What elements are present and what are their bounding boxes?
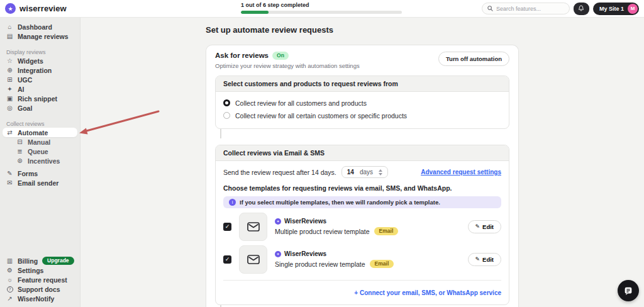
home-icon: ⌂: [6, 23, 13, 30]
main-content: Set up automate review requests Ask for …: [80, 18, 644, 307]
ask-subtitle: Optimize your review strategy with autom…: [215, 62, 360, 69]
days-value: 14: [347, 169, 354, 176]
sidebar-item-ai[interactable]: ✦ AI: [3, 84, 77, 94]
edit-template-button[interactable]: ✎ Edit: [468, 220, 502, 233]
sidebar-item-settings[interactable]: ⚙ Settings: [3, 265, 77, 275]
email-sms-card: Collect reviews via Email & SMS Send the…: [215, 145, 509, 305]
template-brand: WiserReviews: [284, 218, 326, 225]
sidebar-item-wisernotify[interactable]: ↗ WiserNotify: [3, 294, 77, 303]
template-thumbnail[interactable]: [239, 213, 267, 241]
incentives-icon: ⊛: [16, 157, 23, 164]
send-after-text: Send the review request after 14 days.: [223, 169, 336, 176]
email-sender-icon: ✉: [6, 179, 13, 186]
sidebar-item-forms[interactable]: ✎ Forms: [3, 169, 77, 178]
sidebar-item-feature-request[interactable]: ☼ Feature request: [3, 275, 77, 284]
sidebar-item-email-sender[interactable]: ✉ Email sender: [3, 178, 77, 187]
radio-selected-icon[interactable]: [223, 99, 230, 106]
sidebar-section-display-reviews: Display reviews: [3, 48, 77, 56]
sidebar-label: Widgets: [18, 57, 43, 65]
sidebar-label: Goal: [18, 104, 32, 112]
advanced-request-settings-link[interactable]: Advanced request settings: [421, 169, 501, 176]
sidebar-label: Incentives: [28, 157, 60, 165]
sidebar-item-rich-snippet[interactable]: ▣ Rich snippet: [3, 94, 77, 103]
email-template-icon: [246, 252, 261, 267]
pencil-icon: ✎: [475, 223, 480, 230]
sidebar: ⌂ Dashboard ▤ Manage reviews Display rev…: [0, 18, 80, 307]
template-thumbnail[interactable]: [239, 245, 267, 274]
sidebar-item-support-docs[interactable]: ? Support docs: [3, 284, 77, 294]
pencil-icon: ✎: [475, 256, 480, 262]
stepper-icon[interactable]: [379, 169, 382, 176]
sidebar-item-incentives[interactable]: ⊛ Incentives: [13, 156, 77, 165]
sidebar-label: Manage reviews: [18, 33, 69, 40]
radio-unselected-icon[interactable]: [223, 112, 230, 119]
sidebar-label: Feature request: [18, 276, 67, 284]
sidebar-label: Queue: [28, 148, 48, 155]
template-checkbox: ✓: [223, 223, 231, 231]
turn-off-automation-button[interactable]: Turn off automation: [438, 52, 509, 66]
brand[interactable]: ★ wiserreview: [5, 3, 194, 14]
sidebar-item-automate[interactable]: ⇄ Automate: [3, 128, 77, 137]
search-input[interactable]: [496, 6, 564, 12]
settings-icon: ⚙: [6, 267, 13, 274]
upgrade-badge[interactable]: Upgrade: [42, 257, 74, 265]
radio-all-customers[interactable]: Collect review for all customers and pro…: [223, 97, 501, 109]
site-switcher[interactable]: My Site 1 M: [593, 3, 639, 15]
template-row: ✓ ✦ WiserReviews Multiple product: [223, 213, 501, 241]
sidebar-label: Support docs: [18, 286, 60, 293]
sidebar-item-integration[interactable]: ⊕ Integration: [3, 65, 77, 75]
sidebar-item-widgets[interactable]: ☆ Widgets: [3, 56, 77, 65]
rich-snippet-icon: ▣: [6, 95, 13, 102]
template-name: Single product review template: [275, 260, 365, 268]
check-icon: ✓: [225, 256, 230, 262]
sidebar-label: AI: [18, 86, 25, 93]
sidebar-item-manage-reviews[interactable]: ▤ Manage reviews: [3, 31, 77, 41]
sidebar-label: Forms: [18, 170, 38, 177]
sidebar-item-goal[interactable]: ◎ Goal: [3, 103, 77, 113]
choose-templates-text: Choose templates for requesting reviews …: [223, 184, 501, 192]
notifications-button[interactable]: [574, 3, 589, 15]
logo-star-icon: ★: [5, 3, 16, 14]
days-select[interactable]: 14 days: [341, 166, 388, 178]
ask-status-badge: On: [272, 52, 289, 60]
radio-certain-customers[interactable]: Collect review for all certain customers…: [223, 109, 501, 122]
feature-request-icon: ☼: [6, 276, 13, 283]
chat-icon: [623, 286, 633, 296]
edit-template-button[interactable]: ✎ Edit: [468, 253, 502, 266]
connect-service-link[interactable]: + Connect your email, SMS, or WhatsApp s…: [354, 289, 501, 296]
sidebar-item-manual[interactable]: ⊟ Manual: [13, 137, 77, 147]
page-title: Set up automate review requests: [206, 25, 519, 35]
support-docs-icon: ?: [7, 286, 13, 293]
template-row: ✓ ✦ WiserReviews Single product r: [223, 245, 501, 274]
avatar: M: [628, 4, 638, 14]
progress-fill: [241, 11, 269, 14]
select-customers-header: Select customers and products to request…: [216, 76, 509, 92]
edit-label: Edit: [482, 223, 494, 230]
manage-reviews-icon: ▤: [6, 33, 13, 40]
step-connector: [220, 305, 221, 307]
sidebar-section-collect-reviews: Collect reviews: [3, 120, 77, 128]
sidebar-item-dashboard[interactable]: ⌂ Dashboard: [3, 22, 77, 31]
queue-icon: ≣: [16, 148, 23, 155]
sidebar-item-queue[interactable]: ≣ Queue: [13, 147, 77, 156]
progress-label: 1 out of 6 step completed: [241, 2, 402, 8]
edit-label: Edit: [482, 256, 494, 263]
template-name: Multiple product review template: [275, 228, 370, 235]
radio-label: Collect review for all certain customers…: [235, 112, 407, 120]
sidebar-label: Automate: [18, 129, 48, 137]
info-icon: i: [229, 199, 236, 206]
radio-label: Collect review for all customers and pro…: [235, 99, 367, 107]
search-box[interactable]: [482, 3, 570, 14]
help-chat-button[interactable]: [618, 280, 639, 301]
automate-icon: ⇄: [6, 129, 13, 136]
sidebar-item-billing[interactable]: ▥ Billing Upgrade: [3, 256, 77, 265]
days-unit: days: [360, 169, 373, 176]
mini-logo-icon: ✦: [275, 251, 281, 257]
progress-bar: [241, 11, 402, 14]
email-template-icon: [246, 219, 261, 234]
select-customers-card: Select customers and products to request…: [215, 75, 509, 129]
site-name: My Site 1: [599, 6, 624, 12]
sidebar-label: Email sender: [18, 179, 58, 187]
sidebar-label: Dashboard: [18, 23, 52, 31]
sidebar-item-ugc[interactable]: ⊞ UGC: [3, 75, 77, 84]
